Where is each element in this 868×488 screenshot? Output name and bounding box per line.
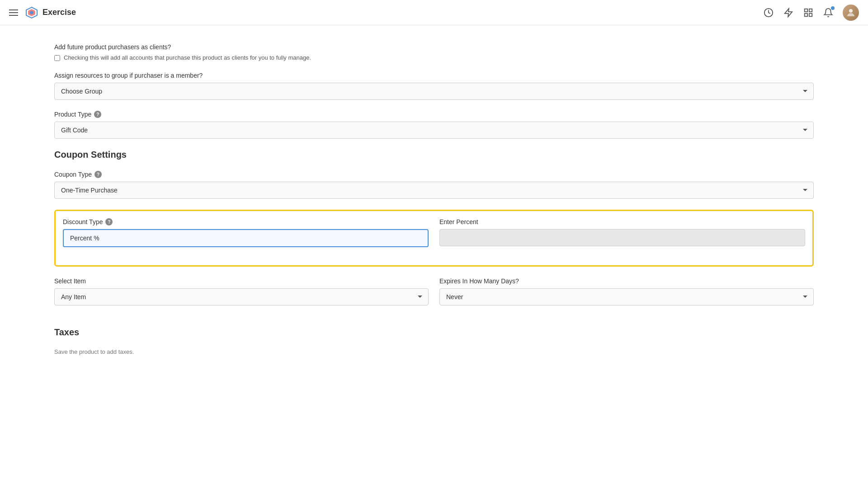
coupon-type-help-icon[interactable]: ?: [94, 171, 102, 178]
svg-rect-6: [809, 9, 812, 11]
discount-type-section: Discount Type ? Percent % Fixed Amount F…: [63, 218, 429, 247]
discount-row: Discount Type ? Percent % Fixed Amount F…: [63, 218, 805, 258]
discount-type-label: Discount Type ?: [63, 218, 429, 225]
product-type-help-icon[interactable]: ?: [94, 111, 101, 118]
select-item-section: Select Item Any Item Specific Item: [54, 277, 429, 305]
coupon-type-select[interactable]: One-Time Purchase Recurring One Per Cust…: [54, 182, 814, 199]
future-purchasers-checkbox-row: Checking this will add all accounts that…: [54, 54, 814, 61]
product-type-select[interactable]: Gift Code: [54, 122, 814, 139]
assign-resources-label: Assign resources to group if purchaser i…: [54, 72, 814, 79]
item-expires-row: Select Item Any Item Specific Item Expir…: [54, 277, 814, 316]
coupon-settings-title: Coupon Settings: [54, 150, 814, 160]
nav-icons: [763, 5, 859, 21]
bell-icon[interactable]: [823, 7, 834, 18]
coupon-type-section: Coupon Type ? One-Time Purchase Recurrin…: [54, 171, 814, 199]
taxes-title: Taxes: [54, 327, 814, 338]
future-purchasers-label: Add future product purchasers as clients…: [54, 43, 814, 51]
expires-section: Expires In How Many Days? Never 30 days …: [439, 277, 814, 305]
enter-percent-section: Enter Percent: [439, 218, 805, 247]
svg-rect-8: [809, 13, 812, 16]
main-content: Add future product purchasers as clients…: [0, 25, 868, 488]
history-icon[interactable]: [763, 7, 774, 18]
future-purchasers-checkbox[interactable]: [54, 55, 60, 61]
product-type-section: Product Type ? Gift Code: [54, 111, 814, 139]
svg-rect-7: [805, 13, 807, 16]
discount-highlight-box: Discount Type ? Percent % Fixed Amount F…: [54, 210, 814, 267]
discount-type-help-icon[interactable]: ?: [105, 218, 113, 225]
notification-badge: [831, 6, 835, 10]
select-item-select[interactable]: Any Item Specific Item: [54, 288, 429, 305]
select-item-label: Select Item: [54, 277, 429, 285]
discount-type-select[interactable]: Percent % Fixed Amount Free: [63, 229, 429, 247]
enter-percent-label: Enter Percent: [439, 218, 805, 225]
logo-icon: [25, 6, 38, 19]
taxes-description: Save the product to add taxes.: [54, 348, 814, 355]
enter-percent-input[interactable]: [439, 229, 805, 246]
coupon-type-label: Coupon Type ?: [54, 171, 814, 178]
menu-button[interactable]: [9, 9, 18, 16]
content-area: Add future product purchasers as clients…: [0, 25, 868, 488]
top-navigation: Exercise: [0, 0, 868, 25]
svg-marker-4: [785, 8, 793, 16]
user-avatar[interactable]: [843, 5, 859, 21]
app-title: Exercise: [42, 8, 76, 17]
expires-label: Expires In How Many Days?: [439, 277, 814, 285]
avatar-image: [843, 5, 859, 21]
future-purchasers-description: Checking this will add all accounts that…: [64, 54, 311, 61]
grid-icon[interactable]: [803, 7, 814, 18]
lightning-icon[interactable]: [783, 7, 794, 18]
expires-select[interactable]: Never 30 days 60 days 90 days: [439, 288, 814, 305]
product-type-label: Product Type ?: [54, 111, 814, 118]
svg-point-9: [849, 9, 853, 13]
svg-rect-5: [805, 9, 807, 11]
choose-group-select[interactable]: Choose Group: [54, 83, 814, 100]
future-purchasers-section: Add future product purchasers as clients…: [54, 43, 814, 61]
app-logo: Exercise: [25, 6, 76, 19]
assign-resources-section: Assign resources to group if purchaser i…: [54, 72, 814, 100]
